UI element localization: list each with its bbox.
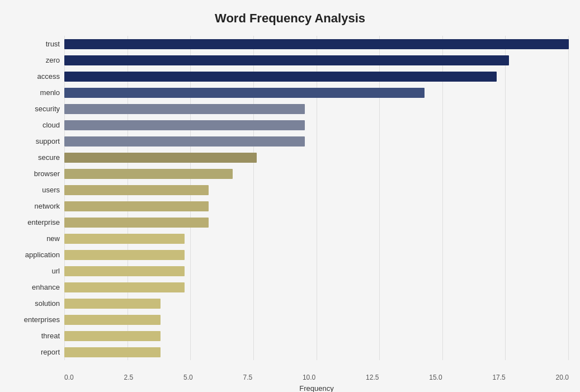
bar-row bbox=[64, 311, 569, 328]
bar bbox=[64, 120, 305, 130]
y-label: url bbox=[52, 263, 60, 279]
bar bbox=[64, 250, 185, 260]
bar bbox=[64, 185, 209, 195]
bar-row bbox=[64, 182, 569, 198]
bar-row bbox=[64, 344, 569, 360]
bar bbox=[64, 266, 185, 276]
y-label: zero bbox=[46, 52, 60, 68]
bars-and-grid: 0.02.55.07.510.012.515.017.520.0 Frequen… bbox=[64, 36, 569, 360]
bar bbox=[64, 169, 233, 179]
y-label: users bbox=[42, 182, 60, 198]
y-label: cloud bbox=[43, 117, 60, 133]
bar-row bbox=[64, 247, 569, 263]
bar-row bbox=[64, 263, 569, 279]
x-axis: 0.02.55.07.510.012.515.017.520.0 bbox=[64, 374, 569, 381]
y-label: secure bbox=[38, 149, 60, 166]
y-label: trust bbox=[46, 36, 60, 52]
bar bbox=[64, 104, 305, 114]
x-tick: 2.5 bbox=[124, 374, 133, 381]
y-label: enhance bbox=[32, 279, 60, 295]
bar-row bbox=[64, 214, 569, 230]
y-label: application bbox=[25, 247, 60, 263]
y-label: threat bbox=[41, 328, 60, 344]
bar-row bbox=[64, 230, 569, 247]
bar bbox=[64, 72, 497, 82]
bar-row bbox=[64, 295, 569, 311]
x-tick: 5.0 bbox=[183, 374, 193, 381]
bar-row bbox=[64, 68, 569, 84]
bar bbox=[64, 218, 209, 228]
bar bbox=[64, 347, 161, 357]
x-tick: 20.0 bbox=[556, 374, 569, 381]
bar-row bbox=[64, 328, 569, 344]
y-labels: trustzeroaccessmenlosecuritycloudsupport… bbox=[11, 36, 64, 360]
y-label: solution bbox=[35, 295, 60, 311]
bar bbox=[64, 234, 185, 244]
bar-row bbox=[64, 279, 569, 295]
chart-area: trustzeroaccessmenlosecuritycloudsupport… bbox=[11, 36, 569, 360]
bar bbox=[64, 153, 257, 163]
bar-row bbox=[64, 133, 569, 149]
y-label: network bbox=[34, 198, 60, 214]
bar bbox=[64, 315, 161, 325]
y-label: security bbox=[35, 101, 60, 117]
chart-title: Word Frequency Analysis bbox=[11, 11, 569, 26]
y-label: report bbox=[41, 344, 60, 360]
bar-row bbox=[64, 84, 569, 101]
chart-container: Word Frequency Analysis trustzeroaccessm… bbox=[0, 0, 580, 392]
bar bbox=[64, 55, 509, 65]
bar bbox=[64, 331, 161, 341]
bar bbox=[64, 136, 305, 147]
bar bbox=[64, 201, 209, 211]
bar-row bbox=[64, 36, 569, 52]
x-tick: 12.5 bbox=[366, 374, 379, 381]
bar-row bbox=[64, 166, 569, 182]
y-label: browser bbox=[34, 166, 60, 182]
bars-wrapper bbox=[64, 36, 569, 360]
y-label: new bbox=[46, 230, 60, 247]
y-label: support bbox=[36, 133, 60, 149]
bar bbox=[64, 39, 569, 49]
x-axis-label: Frequency bbox=[64, 384, 569, 392]
x-tick: 17.5 bbox=[492, 374, 505, 381]
bar bbox=[64, 88, 425, 98]
bar bbox=[64, 299, 161, 309]
bar-row bbox=[64, 198, 569, 214]
y-label: menlo bbox=[40, 84, 60, 101]
x-tick: 7.5 bbox=[243, 374, 252, 381]
y-label: access bbox=[37, 68, 60, 84]
bar-row bbox=[64, 52, 569, 68]
x-tick: 0.0 bbox=[64, 374, 74, 381]
x-tick: 15.0 bbox=[429, 374, 442, 381]
bar-row bbox=[64, 149, 569, 166]
y-label: enterprises bbox=[24, 311, 60, 328]
x-tick: 10.0 bbox=[303, 374, 315, 381]
bar-row bbox=[64, 101, 569, 117]
bar bbox=[64, 282, 185, 292]
bar-row bbox=[64, 117, 569, 133]
y-label: enterprise bbox=[27, 214, 60, 230]
